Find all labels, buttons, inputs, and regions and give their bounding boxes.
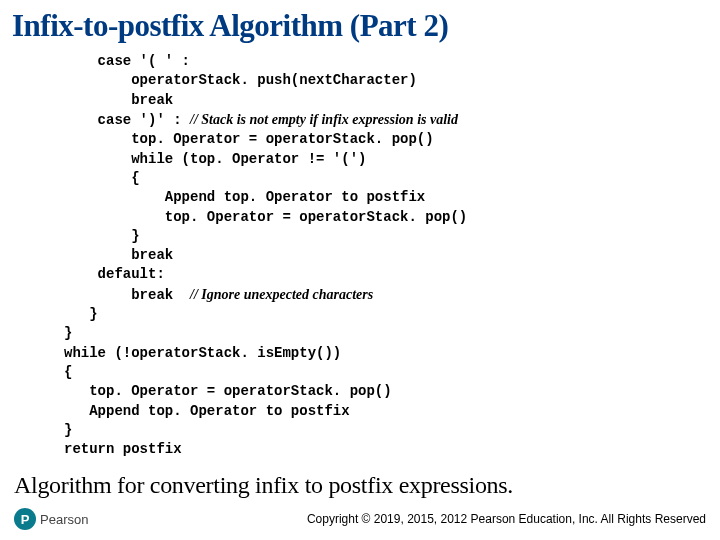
code-line: }	[64, 306, 98, 322]
code-line: top. Operator = operatorStack. pop()	[64, 131, 434, 147]
code-line: }	[64, 228, 140, 244]
publisher-logo: P Pearson	[14, 508, 88, 530]
code-line: while (top. Operator != '(')	[64, 151, 366, 167]
code-line: operatorStack. push(nextCharacter)	[64, 72, 417, 88]
code-line: top. Operator = operatorStack. pop()	[64, 383, 392, 399]
publisher-name: Pearson	[40, 512, 88, 527]
copyright-text: Copyright © 2019, 2015, 2012 Pearson Edu…	[307, 512, 706, 526]
code-comment: // Stack is not empty if infix expressio…	[190, 112, 458, 127]
pearson-logo-icon: P	[14, 508, 36, 530]
code-line: }	[64, 325, 72, 341]
code-line: Append top. Operator to postfix	[64, 189, 425, 205]
code-line: break	[64, 247, 173, 263]
code-comment: // Ignore unexpected characters	[190, 287, 373, 302]
page-title: Infix-to-postfix Algorithm (Part 2)	[0, 0, 720, 48]
footer: P Pearson Copyright © 2019, 2015, 2012 P…	[0, 508, 720, 530]
code-block: case '( ' : operatorStack. push(nextChar…	[0, 48, 720, 460]
code-line: }	[64, 422, 72, 438]
code-line: Append top. Operator to postfix	[64, 403, 350, 419]
code-line: break	[64, 287, 190, 303]
code-line: default:	[64, 266, 165, 282]
code-line: return postfix	[64, 441, 182, 457]
code-line: top. Operator = operatorStack. pop()	[64, 209, 467, 225]
code-line: while (!operatorStack. isEmpty())	[64, 345, 341, 361]
code-line: break	[64, 92, 173, 108]
code-line: case '( ' :	[64, 53, 190, 69]
code-line: {	[64, 170, 140, 186]
code-line: case ')' :	[64, 112, 190, 128]
caption: Algorithm for converting infix to postfi…	[0, 460, 720, 499]
code-line: {	[64, 364, 72, 380]
